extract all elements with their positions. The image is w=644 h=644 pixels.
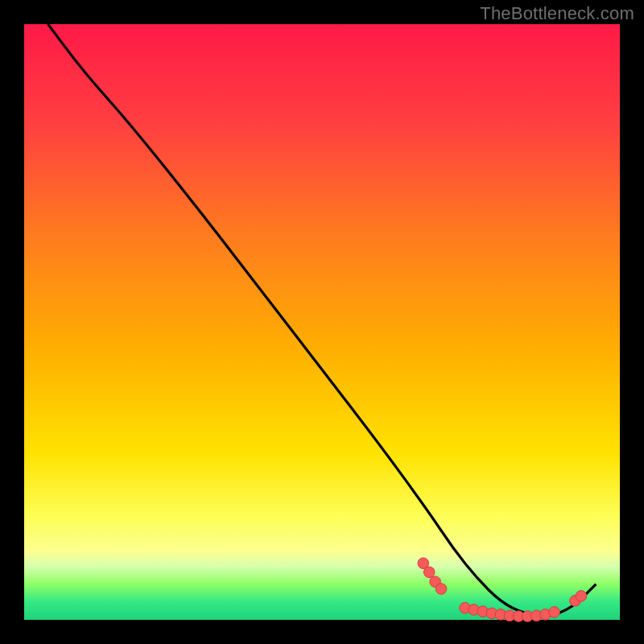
data-point [549,607,560,618]
data-point [436,584,447,595]
chart-svg [0,0,644,644]
watermark-text: TheBottleneck.com [480,3,634,24]
plot-gradient [24,24,620,620]
chart-frame: TheBottleneck.com [0,0,644,644]
data-point [423,567,435,578]
data-point [576,591,587,602]
